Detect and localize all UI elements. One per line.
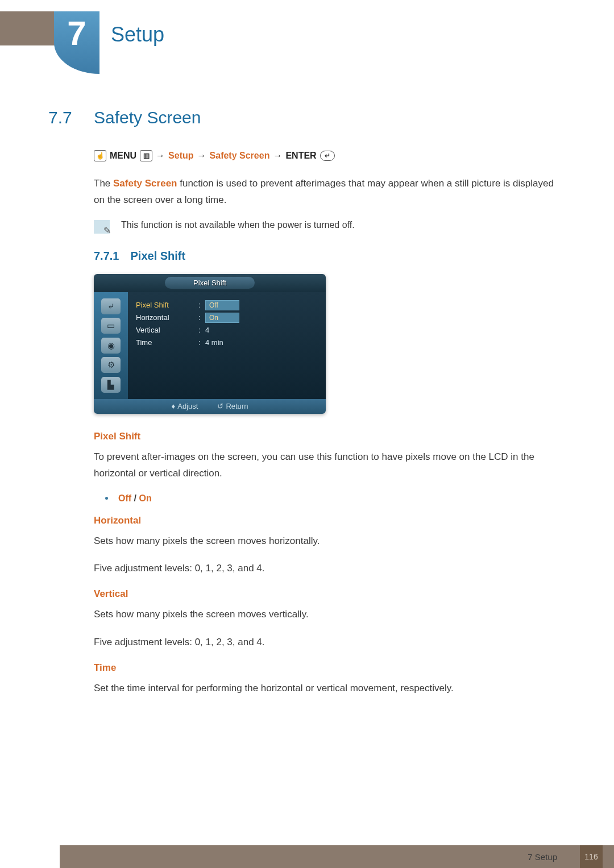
enter-icon: ↵	[320, 151, 335, 161]
section-title: Safety Screen	[94, 108, 201, 127]
colon: :	[198, 313, 205, 322]
option-off: Off	[118, 493, 131, 503]
offon-bullet: Off / On	[105, 493, 566, 504]
arrow-icon: →	[197, 151, 206, 161]
page-footer: 7 Setup 116	[0, 845, 614, 868]
subsection-number: 7.7.1	[94, 250, 119, 263]
osd-row-time-label: Time	[136, 338, 198, 347]
osd-row-vertical-label: Vertical	[136, 326, 198, 334]
osd-screenshot: Pixel Shift ⤶ ▭ ◉ ⚙ ▙ Pixel Shift : Off	[94, 274, 326, 414]
footer-gap	[0, 845, 60, 868]
nav-menu: MENU	[110, 151, 136, 161]
multi-icon: ▙	[101, 377, 121, 393]
osd-adjust-label: Adjust	[177, 402, 198, 410]
nav-path: ☝ MENU ▥ → Setup → Safety Screen → ENTER…	[94, 150, 566, 161]
osd-vertical-value: 4	[205, 326, 209, 334]
heading-vertical: Vertical	[94, 588, 566, 600]
osd-option-on: On	[205, 313, 239, 323]
pixelshift-text: To prevent after-images on the screen, y…	[94, 449, 566, 482]
arrow-icon: →	[156, 151, 165, 161]
picture-icon: ▭	[101, 318, 121, 334]
osd-row-horizontal-label: Horizontal	[136, 313, 198, 322]
heading-time: Time	[94, 662, 566, 674]
intro-prefix: The	[94, 178, 113, 189]
osd-option-off: Off	[205, 300, 239, 310]
return-icon: ↺	[217, 402, 223, 410]
osd-sidebar: ⤶ ▭ ◉ ⚙ ▙	[94, 292, 128, 399]
nav-safety: Safety Screen	[210, 151, 270, 161]
option-sep: /	[131, 493, 139, 503]
horizontal-l2: Five adjustment levels: 0, 1, 2, 3, and …	[94, 560, 566, 577]
input-icon: ⤶	[101, 298, 121, 314]
colon: :	[198, 338, 205, 347]
vertical-l2: Five adjustment levels: 0, 1, 2, 3, and …	[94, 634, 566, 651]
chapter-number: 7	[67, 14, 86, 74]
bullet-icon	[105, 497, 108, 500]
intro-term: Safety Screen	[113, 178, 177, 189]
updown-icon: ♦	[172, 402, 176, 410]
nav-enter: ENTER	[285, 151, 316, 161]
colon: :	[198, 301, 205, 309]
note-icon	[94, 220, 110, 234]
hand-icon: ☝	[94, 150, 106, 161]
heading-horizontal: Horizontal	[94, 515, 566, 526]
chapter-tab: 7	[54, 11, 99, 74]
footer-label: 7 Setup	[528, 852, 557, 862]
osd-header: Pixel Shift	[94, 274, 326, 292]
intro-paragraph: The Safety Screen function is used to pr…	[94, 176, 566, 209]
osd-return: ↺Return	[217, 402, 248, 410]
subsection-title: Pixel Shift	[130, 250, 185, 263]
nav-setup: Setup	[168, 151, 193, 161]
osd-panel: Pixel Shift : Off Horizontal : On Vertic…	[128, 292, 326, 399]
time-l1: Set the time interval for performing the…	[94, 680, 566, 697]
osd-time-value: 4 min	[205, 338, 223, 347]
header-white-strip	[99, 11, 614, 45]
section-number: 7.7	[48, 108, 94, 127]
arrow-icon: →	[273, 151, 282, 161]
note-text: This function is not available when the …	[121, 220, 355, 230]
osd-adjust: ♦Adjust	[172, 402, 198, 410]
osd-return-label: Return	[226, 402, 248, 410]
osd-row-pixelshift-label: Pixel Shift	[136, 301, 198, 309]
sound-icon: ◉	[101, 338, 121, 354]
setup-gear-icon: ⚙	[101, 357, 121, 373]
heading-pixelshift: Pixel Shift	[94, 431, 566, 442]
horizontal-l1: Sets how many pixels the screen moves ho…	[94, 533, 566, 550]
osd-title: Pixel Shift	[165, 277, 255, 289]
vertical-l1: Sets how many pixels the screen moves ve…	[94, 607, 566, 623]
chapter-title: Setup	[111, 23, 164, 47]
colon: :	[198, 326, 205, 334]
option-on: On	[139, 493, 151, 503]
page-number: 116	[580, 845, 603, 868]
menu-grid-icon: ▥	[140, 150, 152, 161]
osd-footer: ♦Adjust ↺Return	[94, 399, 326, 414]
